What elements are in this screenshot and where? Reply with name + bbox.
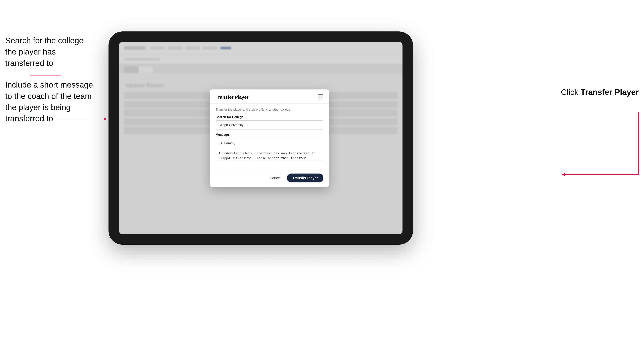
search-college-label: Search for College: [216, 115, 324, 119]
transfer-player-modal: Transfer Player × Transfer the player an…: [210, 89, 329, 187]
modal-header: Transfer Player ×: [210, 89, 329, 104]
message-textarea[interactable]: [216, 138, 324, 161]
search-college-group: Search for College: [216, 115, 324, 130]
annotation-left: Search for the college the player has tr…: [5, 35, 96, 135]
annotation-right: Click Transfer Player: [561, 87, 639, 97]
annotation-search: Search for the college the player has tr…: [5, 35, 96, 69]
arrow-right-horizontal: [562, 174, 639, 175]
message-group: Message: [216, 133, 324, 162]
search-college-input[interactable]: [216, 120, 324, 130]
message-label: Message: [216, 133, 324, 137]
modal-footer: Cancel Transfer Player: [210, 170, 329, 187]
annotation-click-prefix: Click: [561, 88, 580, 97]
annotation-transfer-label: Transfer Player: [581, 88, 639, 97]
tablet-device: Update Roster Transfer Player ×: [108, 31, 413, 245]
close-button[interactable]: ×: [318, 94, 324, 100]
transfer-player-button[interactable]: Transfer Player: [287, 173, 324, 182]
modal-body: Transfer the player and their profile to…: [210, 104, 329, 170]
cancel-button[interactable]: Cancel: [266, 174, 284, 182]
modal-title: Transfer Player: [216, 95, 248, 100]
annotation-message: Include a short message to the coach of …: [5, 79, 96, 124]
arrow-left-vertical: [30, 75, 30, 119]
modal-overlay: Transfer Player × Transfer the player an…: [119, 42, 402, 234]
arrow-right-vertical: [638, 112, 639, 175]
tablet-screen: Update Roster Transfer Player ×: [119, 42, 402, 234]
arrow-left-top: [30, 75, 61, 75]
modal-description: Transfer the player and their profile to…: [216, 108, 324, 112]
arrow-left-horizontal: [30, 119, 107, 119]
